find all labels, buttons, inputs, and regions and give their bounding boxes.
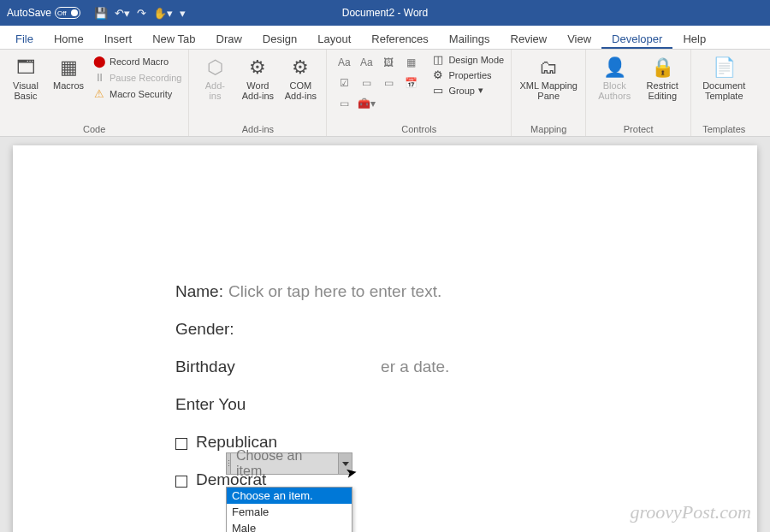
birthday-label: Birthday: [175, 358, 235, 376]
legacy-tools-icon[interactable]: 🧰▾: [356, 94, 376, 113]
macros-button[interactable]: ▦ Macros: [50, 53, 87, 91]
qat-customize-icon[interactable]: ▾: [180, 7, 186, 20]
design-mode-icon: ◫: [431, 53, 445, 66]
visual-basic-button[interactable]: 🗔 Visual Basic: [7, 53, 44, 101]
dropdown-selected[interactable]: Choose an item.: [231, 452, 339, 475]
document-page[interactable]: Name: Click or tap here to enter text. G…: [13, 145, 757, 532]
word-addins-icon: ⚙: [249, 56, 266, 79]
group-icon: ▭: [431, 84, 445, 97]
checkbox-icon[interactable]: [175, 438, 187, 450]
tab-references[interactable]: References: [361, 28, 438, 49]
group-addins-label: Add-ins: [196, 122, 319, 134]
tab-layout[interactable]: Layout: [307, 28, 361, 49]
addins-icon: ⬡: [207, 56, 223, 79]
tab-design[interactable]: Design: [252, 28, 307, 49]
restrict-editing-button[interactable]: 🔒 Restrict Editing: [641, 53, 684, 101]
document-template-icon: 📄: [713, 56, 736, 79]
group-protect-label: Protect: [593, 122, 684, 134]
controls-gallery[interactable]: Aa Aa 🖼 ▦ ☑ ▭ ▭ 📅 ▭ 🧰▾: [334, 53, 421, 113]
visual-basic-icon: 🗔: [16, 56, 35, 79]
tab-newtab[interactable]: New Tab: [142, 28, 205, 49]
group-controls-label: Controls: [334, 122, 504, 134]
name-placeholder[interactable]: Click or tap here to enter text.: [228, 282, 441, 301]
tab-mailings[interactable]: Mailings: [439, 28, 500, 49]
warning-icon: ⚠: [92, 87, 106, 100]
name-label: Name:: [175, 282, 223, 301]
dropdown-arrow-icon[interactable]: [339, 452, 352, 475]
dropdown-item[interactable]: Male: [227, 520, 352, 532]
watermark: groovyPost.com: [630, 501, 751, 523]
macros-icon: ▦: [60, 56, 78, 79]
dropdown-list[interactable]: Choose an item. Female Male: [226, 487, 352, 532]
group-code: 🗔 Visual Basic ▦ Macros ⬤Record Macro ⏸P…: [0, 50, 189, 136]
building-block-icon[interactable]: ▦: [400, 53, 421, 72]
pause-icon: ⏸: [92, 71, 106, 84]
rich-text-icon[interactable]: Aa: [334, 53, 354, 72]
tab-help[interactable]: Help: [672, 28, 716, 49]
touch-mode-icon[interactable]: ✋▾: [153, 7, 173, 20]
chevron-down-icon: ▾: [478, 85, 483, 96]
undo-icon[interactable]: ↶▾: [115, 7, 130, 20]
toggle-off-icon[interactable]: Off: [55, 7, 80, 19]
group-controls: Aa Aa 🖼 ▦ ☑ ▭ ▭ 📅 ▭ 🧰▾ ◫Design Mode ⚙Pro…: [327, 50, 512, 136]
repeating-section-icon[interactable]: ▭: [334, 94, 354, 113]
name-field-line: Name: Click or tap here to enter text.: [175, 282, 603, 301]
document-template-button[interactable]: 📄 Document Template: [698, 53, 749, 101]
birthday-placeholder[interactable]: er a date.: [381, 358, 449, 376]
record-macro-button[interactable]: ⬤Record Macro: [92, 55, 181, 68]
record-icon: ⬤: [92, 55, 106, 68]
ribbon: 🗔 Visual Basic ▦ Macros ⬤Record Macro ⏸P…: [0, 50, 770, 137]
properties-icon: ⚙: [431, 68, 445, 81]
group-protect: 👤 Block Authors 🔒 Restrict Editing Prote…: [586, 50, 691, 136]
vote-label-visible: Enter You: [175, 395, 246, 414]
gender-label: Gender:: [175, 320, 234, 339]
titlebar: AutoSave Off 💾 ↶▾ ↷ ✋▾ ▾ Document2 - Wor…: [0, 0, 770, 26]
group-templates: 📄 Document Template Templates: [691, 50, 756, 136]
save-icon[interactable]: 💾: [94, 7, 108, 20]
com-addins-button[interactable]: ⚙ COM Add-ins: [281, 53, 319, 101]
checkbox-icon[interactable]: [175, 476, 187, 488]
ribbon-tabs: File Home Insert New Tab Draw Design Lay…: [0, 26, 770, 50]
gender-dropdown[interactable]: Choose an item. Choose an item. Female M…: [226, 452, 352, 532]
tab-review[interactable]: Review: [500, 28, 558, 49]
properties-button[interactable]: ⚙Properties: [431, 68, 504, 81]
date-picker-icon[interactable]: 📅: [400, 74, 421, 92]
word-addins-button[interactable]: ⚙ Word Add-ins: [239, 53, 276, 101]
group-code-label: Code: [7, 122, 181, 134]
dropdown-icon[interactable]: ▭: [378, 74, 399, 92]
design-mode-button[interactable]: ◫Design Mode: [431, 53, 504, 66]
tab-view[interactable]: View: [557, 28, 601, 49]
autosave-label: AutoSave: [7, 7, 51, 19]
com-addins-icon: ⚙: [292, 56, 309, 79]
tab-file[interactable]: File: [5, 28, 44, 49]
tab-insert[interactable]: Insert: [94, 28, 143, 49]
dropdown-item[interactable]: Female: [227, 504, 352, 520]
vote-label-line: Enter You: [175, 395, 603, 414]
autosave-toggle[interactable]: AutoSave Off: [0, 7, 87, 19]
group-mapping: 🗂 XML Mapping Pane Mapping: [512, 50, 586, 136]
macro-security-button[interactable]: ⚠Macro Security: [92, 87, 181, 100]
tab-home[interactable]: Home: [44, 28, 94, 49]
group-addins: ⬡ Add- ins ⚙ Word Add-ins ⚙ COM Add-ins …: [189, 50, 327, 136]
redo-icon[interactable]: ↷: [137, 7, 146, 20]
picture-icon[interactable]: 🖼: [378, 53, 399, 72]
group-mapping-label: Mapping: [518, 122, 578, 134]
birthday-field-line: Birthday : Click or tap to ent er a date…: [175, 358, 603, 376]
window-title: Document2 - Word: [342, 7, 428, 19]
xml-mapping-button[interactable]: 🗂 XML Mapping Pane: [518, 53, 578, 101]
combo-box-icon[interactable]: ▭: [356, 74, 376, 92]
tab-developer[interactable]: Developer: [601, 28, 672, 49]
quick-access-toolbar: 💾 ↶▾ ↷ ✋▾ ▾: [94, 7, 186, 20]
addins-button: ⬡ Add- ins: [196, 53, 234, 101]
tab-draw[interactable]: Draw: [206, 28, 252, 49]
checkbox-icon[interactable]: ☑: [334, 74, 354, 92]
group-button[interactable]: ▭Group▾: [431, 84, 504, 97]
group-templates-label: Templates: [698, 122, 749, 134]
plain-text-icon[interactable]: Aa: [356, 53, 376, 72]
gender-field-line: Gender:: [175, 320, 603, 339]
dropdown-item[interactable]: Choose an item.: [227, 488, 352, 504]
block-authors-button: 👤 Block Authors: [593, 53, 636, 101]
restrict-editing-icon: 🔒: [651, 56, 674, 79]
block-authors-icon: 👤: [603, 56, 626, 79]
document-workspace[interactable]: Name: Click or tap here to enter text. G…: [0, 137, 770, 532]
